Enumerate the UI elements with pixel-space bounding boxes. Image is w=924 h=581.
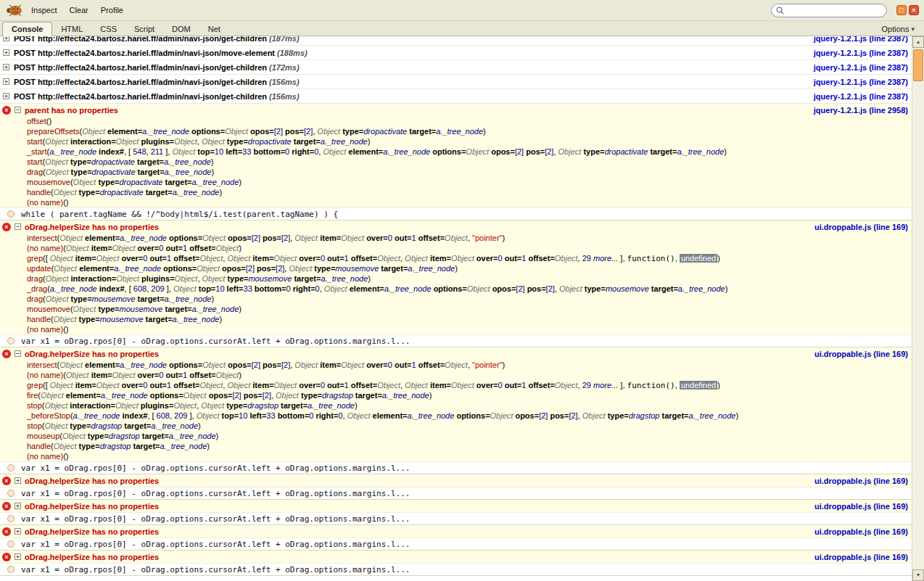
tab-script[interactable]: Script	[125, 22, 163, 36]
expander-icon[interactable]: −	[15, 107, 21, 113]
stack-line[interactable]: grep([ Object item=Object over=0 out=1 o…	[0, 253, 912, 263]
code-line-row[interactable]: var x1 = oDrag.rpos[0] - oDrag.options.c…	[0, 461, 912, 474]
stack-line[interactable]: fire(Object element=a._tree_node options…	[0, 390, 912, 400]
stack-line[interactable]: mousemove(Object type=mousemove target=a…	[0, 304, 912, 314]
stack-line[interactable]: (no name)()	[0, 324, 912, 334]
expander-icon[interactable]: +	[3, 64, 9, 70]
tab-html[interactable]: HTML	[52, 22, 91, 36]
source-link[interactable]: jquery-1.2.1.js (line 2387)	[804, 36, 908, 43]
source-link[interactable]: jquery-1.2.1.js (line 2387)	[804, 49, 908, 57]
tab-dom[interactable]: DOM	[163, 22, 199, 36]
error-row[interactable]: ×+oDrag.helperSize has no propertiesui.d…	[0, 474, 912, 487]
console-request-row[interactable]: +POST http://effecta24.bartosz.hariel.ff…	[0, 60, 912, 75]
stack-line[interactable]: intersect(Object element=a._tree_node op…	[0, 360, 912, 370]
expander-icon[interactable]: +	[15, 477, 21, 484]
stack-line[interactable]: update(Object element=a._tree_node optio…	[0, 263, 912, 273]
expander-icon[interactable]: −	[15, 350, 21, 357]
error-row[interactable]: ×+oDrag.helperSize has no propertiesui.d…	[0, 500, 912, 512]
scroll-up-button[interactable]: ▲	[912, 36, 924, 48]
expander-icon[interactable]: +	[15, 503, 21, 509]
code-line-row[interactable]: var x1 = oDrag.rpos[0] - oDrag.options.c…	[0, 334, 912, 347]
console-request-row[interactable]: +POST http://effecta24.bartosz.hariel.ff…	[0, 46, 912, 60]
search-input[interactable]	[787, 5, 882, 15]
code-line-row[interactable]: var x1 = oDrag.rpos[0] - oDrag.options.c…	[0, 487, 912, 499]
scrollbar-thumb[interactable]	[913, 49, 923, 81]
menu-clear[interactable]: Clear	[69, 6, 88, 15]
tab-console[interactable]: Console	[2, 22, 52, 36]
expander-icon[interactable]: +	[3, 93, 9, 99]
source-link[interactable]: ui.droppable.js (line 169)	[804, 553, 908, 561]
stack-line[interactable]: prepareOffsets(Object element=a._tree_no…	[0, 126, 912, 136]
source-link[interactable]: ui.droppable.js (line 169)	[804, 502, 908, 511]
expander-icon[interactable]: −	[15, 223, 21, 230]
console-request-row[interactable]: +POST http://effecta24.bartosz.hariel.ff…	[0, 36, 912, 46]
breakpoint-circle-icon[interactable]	[7, 566, 15, 573]
expander-icon[interactable]: +	[15, 553, 21, 560]
stack-line[interactable]: grep([ Object item=Object over=0 out=1 o…	[0, 380, 912, 390]
source-link[interactable]: jquery-1.2.1.js (line 2958)	[804, 106, 908, 115]
source-link[interactable]: jquery-1.2.1.js (line 2387)	[804, 78, 908, 86]
error-row[interactable]: ×−oDrag.helperSize has no propertiesui.d…	[0, 347, 912, 360]
breakpoint-circle-icon[interactable]	[7, 464, 15, 471]
stack-line[interactable]: _start(a._tree_node index#, [ 548, 211 ]…	[0, 147, 912, 157]
breakpoint-circle-icon[interactable]	[7, 490, 15, 497]
stack-line[interactable]: mouseup(Object type=dragstop target=a._t…	[0, 431, 912, 441]
stack-line[interactable]: stop(Object type=dragstop target=a._tree…	[0, 421, 912, 431]
vertical-scrollbar[interactable]: ▲ ▼	[912, 36, 924, 581]
stack-line[interactable]: offset()	[0, 116, 912, 126]
stack-line[interactable]: (no name)()	[0, 451, 912, 461]
stack-line[interactable]: (no name)()	[0, 197, 912, 207]
detach-window-button[interactable]: □	[896, 5, 907, 15]
stack-line[interactable]: handle(Object type=dragstop target=a._tr…	[0, 441, 912, 451]
source-link[interactable]: ui.droppable.js (line 169)	[804, 223, 908, 231]
breakpoint-circle-icon[interactable]	[7, 337, 15, 345]
source-link[interactable]: ui.droppable.js (line 169)	[804, 350, 908, 358]
stack-line[interactable]: handle(Object type=mousemove target=a._t…	[0, 314, 912, 324]
stack-line[interactable]: mousemove(Object type=dropactivate targe…	[0, 177, 912, 187]
breakpoint-circle-icon[interactable]	[7, 210, 15, 218]
stack-line[interactable]: _beforeStop(a._tree_node index#, [ 608, …	[0, 411, 912, 421]
stack-line[interactable]: drag(Object type=dropactivate target=a._…	[0, 167, 912, 177]
menu-profile[interactable]: Profile	[101, 6, 123, 15]
code-line-row[interactable]: while ( parent.tagName && !/^body|html$/…	[0, 207, 912, 220]
expander-icon[interactable]: +	[3, 78, 9, 85]
breakpoint-circle-icon[interactable]	[7, 540, 15, 548]
code-line-row[interactable]: var x1 = oDrag.rpos[0] - oDrag.options.c…	[0, 512, 912, 524]
stack-line[interactable]: stop(Object interaction=Object plugins=O…	[0, 400, 912, 411]
breakpoint-circle-icon[interactable]	[7, 515, 15, 522]
stack-line[interactable]: handle(Object type=dropactivate target=a…	[0, 187, 912, 197]
stack-line[interactable]: (no name)(Object item=Object over=0 out=…	[0, 243, 912, 253]
close-firebug-button[interactable]: ×	[909, 5, 919, 15]
code-line-row[interactable]: var x1 = oDrag.rpos[0] - oDrag.options.c…	[0, 563, 912, 575]
source-link[interactable]: jquery-1.2.1.js (line 2387)	[804, 92, 908, 101]
tab-css[interactable]: CSS	[91, 22, 125, 36]
expander-icon[interactable]: +	[3, 49, 9, 56]
tab-net[interactable]: Net	[199, 22, 229, 36]
console-request-row[interactable]: +POST http://effecta24.bartosz.hariel.ff…	[0, 75, 912, 89]
menu-inspect[interactable]: Inspect	[31, 6, 57, 15]
source-link[interactable]: jquery-1.2.1.js (line 2387)	[804, 63, 908, 72]
error-row[interactable]: ×−parent has no propertiesjquery-1.2.1.j…	[0, 104, 912, 116]
expander-icon[interactable]: +	[15, 528, 21, 535]
stack-token: Object	[225, 127, 248, 136]
search-box[interactable]	[771, 4, 887, 17]
scroll-down-button[interactable]: ▼	[912, 569, 924, 581]
stack-line[interactable]: drag(Object type=mousemove target=a._tre…	[0, 294, 912, 304]
stack-line[interactable]: start(Object type=dropactivate target=a.…	[0, 157, 912, 167]
source-link[interactable]: ui.droppable.js (line 169)	[804, 527, 908, 536]
code-line-row[interactable]: var x1 = oDrag.rpos[0] - oDrag.options.c…	[0, 537, 912, 550]
source-link[interactable]: ui.droppable.js (line 169)	[804, 477, 908, 485]
stack-line[interactable]: drag(Object interaction=Object plugins=O…	[0, 273, 912, 284]
error-row[interactable]: ×+oDrag.helperSize has no propertiesui.d…	[0, 551, 912, 563]
stack-line[interactable]: (no name)(Object item=Object over=0 out=…	[0, 370, 912, 380]
stack-line[interactable]: intersect(Object element=a._tree_node op…	[0, 233, 912, 243]
expander-icon[interactable]: +	[3, 36, 9, 41]
error-row[interactable]: ×−oDrag.helperSize has no propertiesui.d…	[0, 221, 912, 233]
error-row[interactable]: ×+oDrag.helperSize has no propertiesui.d…	[0, 525, 912, 537]
stack-token: Object	[46, 168, 69, 176]
console-request-row[interactable]: +POST http://effecta24.bartosz.hariel.ff…	[0, 89, 912, 104]
stack-line[interactable]: _drag(a._tree_node index#, [ 608, 209 ],…	[0, 284, 912, 294]
options-menu[interactable]: Options ▾	[882, 25, 922, 36]
stack-line[interactable]: start(Object interaction=Object plugins=…	[0, 136, 912, 147]
firebug-logo-icon[interactable]	[5, 4, 22, 17]
